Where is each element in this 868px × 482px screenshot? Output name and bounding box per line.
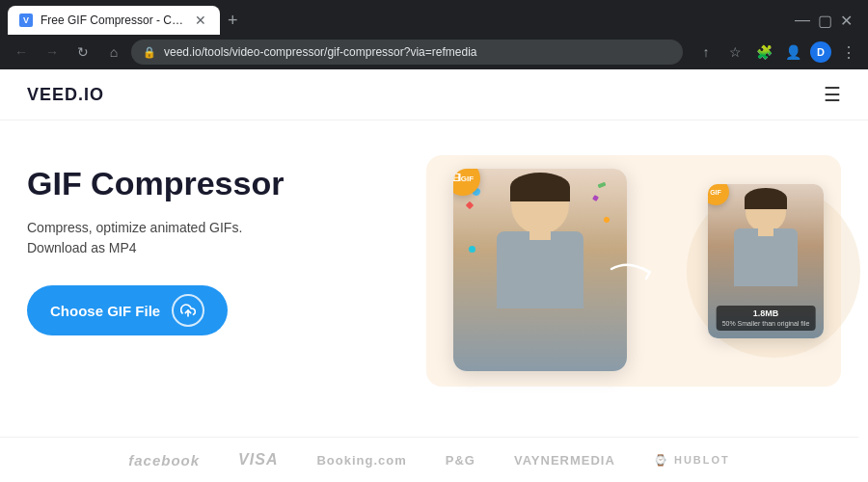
hero-title: GIF Compressor (27, 165, 388, 202)
gif-icon: 🎞 (453, 174, 461, 183)
hero-section: GIF Compressor Compress, optimize animat… (0, 120, 868, 406)
address-bar-row: ← → ↻ ⌂ 🔒 veed.io/tools/video-compressor… (0, 35, 868, 69)
maximize-button[interactable]: ▢ (818, 12, 832, 30)
minimize-button[interactable]: — (795, 12, 810, 29)
active-tab[interactable]: V Free GIF Compressor - Compres... ✕ (8, 6, 220, 35)
page-content: VEED.IO ☰ GIF Compressor Compress, optim… (0, 69, 868, 482)
browser-chrome: V Free GIF Compressor - Compres... ✕ + —… (0, 0, 868, 69)
account-icon[interactable]: 👤 (781, 40, 804, 64)
size-value: 1.8MB (722, 308, 810, 320)
hero-description: Compress, optimize animated GIFs. Downlo… (27, 218, 297, 258)
window-controls: — ▢ ✕ (795, 12, 860, 30)
logo-vaynermedia: VAYNERMEDIA (514, 453, 615, 468)
logos-section: facebook VISA Booking.com P&G VAYNERMEDI… (0, 437, 858, 482)
choose-gif-button[interactable]: Choose GIF File (27, 285, 228, 335)
logo-visa: VISA (238, 451, 278, 469)
tab-close-button[interactable]: ✕ (193, 13, 208, 28)
size-description: 50% Smaller than original file (722, 319, 810, 329)
gif-card-small: GIF 1.8MB 50% Smaller than original file (708, 184, 824, 338)
logo-booking: Booking.com (316, 453, 406, 468)
address-icons: ↑ ☆ 🧩 👤 D ⋮ (694, 40, 860, 64)
upload-icon (172, 294, 204, 327)
browser-menu-button[interactable]: ⋮ (837, 41, 860, 64)
back-button[interactable]: ← (8, 39, 35, 66)
tab-title: Free GIF Compressor - Compres... (41, 13, 185, 27)
cta-label: Choose GIF File (50, 303, 160, 319)
hamburger-menu[interactable]: ☰ (824, 83, 841, 106)
size-badge: 1.8MB 50% Smaller than original file (717, 306, 816, 331)
share-icon[interactable]: ↑ (694, 40, 718, 64)
tab-bar: V Free GIF Compressor - Compres... ✕ + —… (0, 0, 868, 35)
gif-label-small: GIF (710, 189, 721, 196)
tab-favicon: V (19, 13, 33, 27)
extensions-icon[interactable]: 🧩 (752, 40, 775, 64)
logo-facebook: facebook (128, 452, 200, 469)
forward-button[interactable]: → (39, 39, 66, 66)
hero-left: GIF Compressor Compress, optimize animat… (27, 155, 388, 335)
arrow-icon (610, 254, 658, 287)
gif-label-large: GIF (461, 174, 474, 183)
home-button[interactable]: ⌂ (100, 39, 127, 66)
logo-hublot: ⌚ HUBLOT (654, 454, 730, 467)
new-tab-button[interactable]: + (220, 7, 246, 35)
site-logo: VEED.IO (27, 85, 104, 105)
address-bar[interactable]: 🔒 veed.io/tools/video-compressor/gif-com… (131, 40, 683, 65)
person-image-large (453, 169, 627, 371)
logo-pg: P&G (446, 453, 475, 468)
gif-card-large: 🎞 GIF (453, 169, 627, 371)
lock-icon: 🔒 (143, 46, 156, 59)
profile-badge[interactable]: D (810, 41, 831, 63)
close-window-button[interactable]: ✕ (840, 12, 853, 30)
bookmark-icon[interactable]: ☆ (723, 40, 746, 64)
hero-image: 🎞 GIF (426, 155, 841, 387)
url-text: veed.io/tools/video-compressor/gif-compr… (164, 45, 671, 59)
site-header: VEED.IO ☰ (0, 69, 868, 120)
reload-button[interactable]: ↻ (69, 39, 96, 66)
